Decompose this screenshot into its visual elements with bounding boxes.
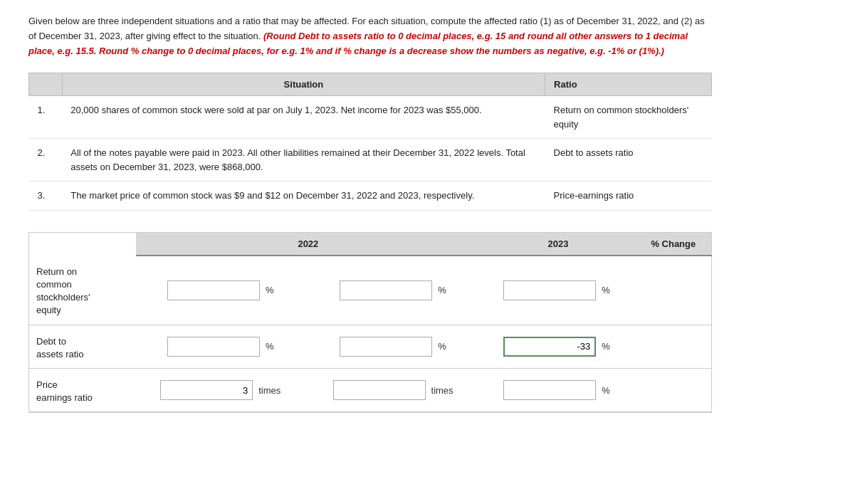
input-2023-1[interactable] — [340, 337, 432, 357]
results-row-label: Priceearnings ratio — [29, 369, 136, 412]
situation-num: 3. — [29, 182, 63, 211]
intro-text: Given below are three independent situat… — [28, 14, 712, 58]
unit-change-2: % — [599, 385, 613, 396]
unit-change-1: % — [599, 341, 613, 352]
situation-ratio: Debt to assets ratio — [545, 139, 712, 182]
input-2022-1[interactable] — [167, 337, 260, 357]
results-row-label: Debt toassets ratio — [29, 325, 136, 368]
results-row-label: Return oncommonstockholders'equity — [29, 256, 136, 325]
input-2023-2[interactable] — [333, 380, 426, 400]
input-2022-2[interactable] — [160, 380, 253, 400]
results-input-change[interactable]: % — [481, 256, 635, 325]
results-empty-header — [29, 232, 136, 256]
situations-col-situation: Situation — [62, 73, 545, 96]
results-input-change[interactable]: % — [481, 369, 635, 412]
situation-row: 2. All of the notes payable were paid in… — [29, 139, 712, 182]
situation-ratio: Return on common stockholders' equity — [545, 96, 712, 139]
input-change-0[interactable] — [503, 280, 596, 300]
results-row: Priceearnings ratio times times % — [29, 369, 712, 412]
results-header-2022: 2022 — [136, 232, 481, 256]
results-input-2023[interactable]: % — [308, 256, 481, 325]
situation-desc: All of the notes payable were paid in 20… — [62, 139, 545, 182]
unit-2023-0: % — [435, 285, 449, 295]
results-header-2023: 2023 — [481, 232, 635, 256]
results-input-2022[interactable]: times — [136, 369, 308, 412]
results-input-2022[interactable]: % — [136, 325, 308, 368]
results-row: Debt toassets ratio % % % — [29, 325, 712, 368]
unit-2022-0: % — [263, 285, 277, 295]
situation-num: 1. — [29, 96, 63, 139]
unit-2023-1: % — [435, 341, 449, 352]
footer-bar — [28, 412, 712, 421]
situations-col-num — [29, 73, 63, 96]
input-2023-0[interactable] — [340, 280, 432, 300]
results-table: 2022 2023 % Change Return oncommonstockh… — [28, 232, 712, 413]
unit-change-0: % — [599, 285, 613, 295]
situation-row: 3. The market price of common stock was … — [29, 182, 712, 211]
unit-2022-1: % — [263, 341, 277, 352]
situation-row: 1. 20,000 shares of common stock were so… — [29, 96, 712, 139]
input-change-1[interactable] — [503, 337, 596, 357]
situation-desc: 20,000 shares of common stock were sold … — [62, 96, 545, 139]
situations-table: Situation Ratio 1. 20,000 shares of comm… — [28, 73, 712, 211]
situation-ratio: Price-earnings ratio — [545, 182, 712, 211]
results-header-change: % Change — [636, 232, 712, 256]
results-input-2022[interactable]: % — [136, 256, 308, 325]
input-2022-0[interactable] — [167, 280, 260, 300]
unit-2023-2: times — [429, 385, 456, 396]
unit-2022-2: times — [256, 385, 283, 396]
results-row: Return oncommonstockholders'equity % % % — [29, 256, 712, 325]
results-input-2023[interactable]: times — [308, 369, 481, 412]
situation-desc: The market price of common stock was $9 … — [62, 182, 545, 211]
results-input-2023[interactable]: % — [308, 325, 481, 368]
input-change-2[interactable] — [503, 380, 596, 400]
situations-col-ratio: Ratio — [545, 73, 712, 96]
results-input-change[interactable]: % — [481, 325, 635, 368]
situation-num: 2. — [29, 139, 63, 182]
